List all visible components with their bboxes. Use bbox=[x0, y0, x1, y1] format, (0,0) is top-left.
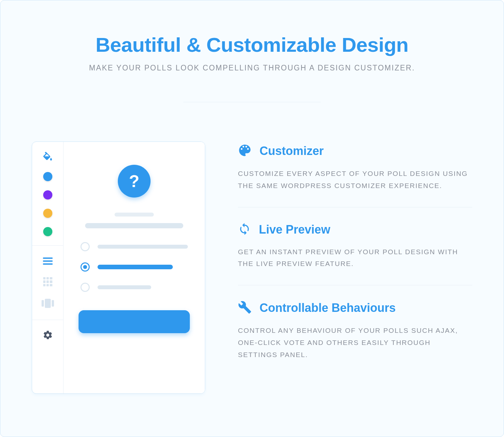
poll-options bbox=[79, 242, 190, 292]
poll-option[interactable] bbox=[81, 283, 188, 292]
divider bbox=[183, 102, 321, 102]
fill-icon[interactable] bbox=[42, 152, 53, 163]
wrench-icon bbox=[238, 300, 252, 315]
refresh-icon bbox=[238, 222, 251, 237]
carousel-icon[interactable] bbox=[42, 299, 54, 308]
palette-icon bbox=[238, 143, 252, 159]
skeleton-option-text bbox=[98, 265, 173, 269]
feature-customizer: Customizer CUSTOMIZE EVERY ASPECT OF YOU… bbox=[238, 143, 472, 207]
sidebar-layout-section bbox=[32, 246, 63, 320]
content-row: ? bbox=[32, 142, 472, 394]
menu-icon[interactable] bbox=[43, 257, 53, 265]
radio-icon bbox=[81, 242, 90, 251]
page-subtitle: MAKE YOUR POLLS LOOK COMPELLING THROUGH … bbox=[32, 64, 472, 72]
vote-button[interactable] bbox=[79, 310, 190, 333]
feature-live-preview: Live Preview GET AN INSTANT PREVIEW OF Y… bbox=[238, 207, 472, 285]
feature-title: Customizer bbox=[260, 144, 324, 158]
color-swatch-blue[interactable] bbox=[43, 172, 52, 181]
skeleton-title bbox=[85, 223, 183, 228]
radio-selected-icon bbox=[81, 262, 90, 272]
feature-title: Live Preview bbox=[259, 223, 330, 237]
feature-description: CONTROL ANY BEHAVIOUR OF YOUR POLLS SUCH… bbox=[238, 325, 472, 361]
feature-description: CUSTOMIZE EVERY ASPECT OF YOUR POLL DESI… bbox=[238, 168, 472, 192]
feature-list: Customizer CUSTOMIZE EVERY ASPECT OF YOU… bbox=[238, 142, 472, 376]
color-swatch-green[interactable] bbox=[43, 227, 52, 236]
poll-option-selected[interactable] bbox=[81, 262, 188, 272]
customizer-mockup: ? bbox=[32, 142, 205, 394]
skeleton-option-text bbox=[98, 285, 151, 289]
radio-icon bbox=[81, 283, 90, 292]
color-swatch-orange[interactable] bbox=[43, 209, 52, 218]
color-swatch-purple[interactable] bbox=[43, 190, 52, 200]
header: Beautiful & Customizable Design MAKE YOU… bbox=[32, 33, 472, 72]
poll-preview: ? bbox=[63, 142, 205, 393]
poll-option[interactable] bbox=[81, 242, 188, 251]
skeleton-subtitle bbox=[115, 213, 154, 217]
question-badge: ? bbox=[118, 165, 151, 198]
feature-title: Controllable Behaviours bbox=[260, 301, 396, 315]
feature-behaviours: Controllable Behaviours CONTROL ANY BEHA… bbox=[238, 285, 472, 376]
grid-icon[interactable] bbox=[43, 277, 52, 286]
sidebar-settings-section bbox=[32, 320, 63, 350]
sidebar-colors-section bbox=[32, 142, 63, 246]
page-title: Beautiful & Customizable Design bbox=[32, 33, 472, 56]
skeleton-option-text bbox=[98, 245, 188, 249]
feature-card: Beautiful & Customizable Design MAKE YOU… bbox=[0, 0, 504, 437]
gear-icon[interactable] bbox=[43, 330, 53, 340]
mockup-sidebar bbox=[32, 142, 63, 393]
feature-description: GET AN INSTANT PREVIEW OF YOUR POLL DESI… bbox=[238, 246, 472, 270]
